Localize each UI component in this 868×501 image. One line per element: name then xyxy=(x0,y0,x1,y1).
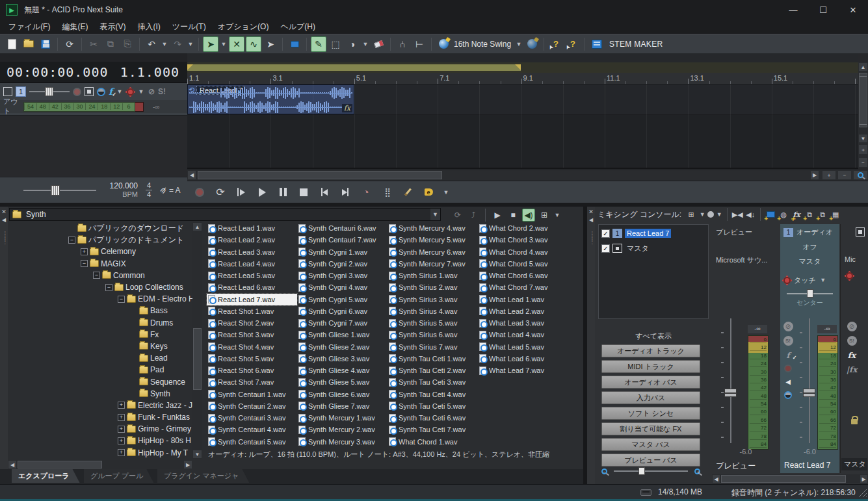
file-item[interactable]: Synth Mercury 4.wav xyxy=(388,222,478,234)
file-item[interactable]: Synth Sirius 7.wav xyxy=(388,341,478,353)
mixer-track-row[interactable]: ✓ マスタ xyxy=(599,242,708,255)
track-region-button[interactable] xyxy=(85,87,94,96)
add-channel-button[interactable]: オーディオ トラック xyxy=(601,344,700,357)
explorer-grip[interactable]: ✕ ◀ ⋮⋮⋮⋮ xyxy=(0,207,8,469)
path-dropdown-caret[interactable]: ▼ xyxy=(430,209,440,220)
output-meter[interactable]: 54484236302418126 xyxy=(23,102,135,112)
add-audio-track-icon[interactable] xyxy=(765,209,776,220)
file-item[interactable]: Synth Cygni 2.wav xyxy=(297,258,388,270)
solo-icon[interactable]: S! xyxy=(847,336,857,346)
tree-item[interactable]: + HipHop - My T xyxy=(8,447,192,459)
time-signature[interactable]: 4 4 xyxy=(146,181,152,198)
render-refresh-icon[interactable]: ⟳ xyxy=(62,36,77,52)
file-item[interactable]: What Chord 7.wav xyxy=(478,281,568,293)
add-channel-button[interactable]: 割り当て可能な FX xyxy=(601,422,700,435)
file-item[interactable]: What Lead 4.wav xyxy=(478,329,568,340)
file-item[interactable]: Synth Sirius 2.wav xyxy=(388,281,478,293)
file-item[interactable]: What Lead 5.wav xyxy=(478,341,568,353)
menu-item[interactable]: ヘルプ(H) xyxy=(274,20,321,34)
tree-item[interactable]: + Electric Jazz - Ja xyxy=(8,400,192,411)
add-fx-icon[interactable]: fx xyxy=(791,209,802,220)
dock-arrow-icon[interactable]: ◀ xyxy=(588,216,594,224)
add-channel-button[interactable]: マスタ バス xyxy=(601,438,700,451)
file-item[interactable]: What Chord 5.wav xyxy=(478,258,568,270)
mixer-hthumb[interactable] xyxy=(721,475,846,483)
copy-icon[interactable]: ⧉ xyxy=(103,36,118,52)
menu-item[interactable]: オプション(O) xyxy=(212,20,275,34)
pause-button[interactable] xyxy=(276,185,290,199)
add-input-bus-icon[interactable]: ⧉ xyxy=(817,209,828,220)
add-channel-button[interactable]: ソフト シンセ xyxy=(601,407,700,420)
track-fx-button[interactable]: f✓ xyxy=(109,86,112,97)
file-item[interactable]: Synth Gliese 6.wav xyxy=(297,389,388,400)
file-item[interactable]: Synth Centauri 5.wav xyxy=(207,436,297,448)
new-file-icon[interactable] xyxy=(4,36,20,52)
parent-folder-icon[interactable]: ⤴ xyxy=(467,209,480,222)
dock-tab[interactable]: プラグイン マネージャ xyxy=(157,469,249,483)
file-item[interactable]: React Lead 3.wav xyxy=(207,246,297,258)
tree-item[interactable]: Lead xyxy=(8,352,192,364)
file-item[interactable]: React Shot 5.wav xyxy=(207,353,297,365)
maximize-button[interactable]: ☐ xyxy=(808,0,838,19)
file-item[interactable]: React Shot 1.wav xyxy=(207,305,297,317)
tree-item[interactable]: − Loop Collections xyxy=(8,281,192,293)
mute-icon[interactable]: ⊘ xyxy=(783,322,793,331)
video-window-icon[interactable] xyxy=(287,36,302,52)
file-item[interactable]: Synth Tau Ceti 5.wav xyxy=(388,400,478,412)
mixer-track-name[interactable]: React Lead 7 xyxy=(625,229,671,238)
automation-solo-icon[interactable]: S! xyxy=(158,87,166,96)
tree-scroll-right[interactable]: ▶ xyxy=(183,460,192,469)
whats-this-help-icon[interactable]: ? xyxy=(565,36,581,52)
preview-fader[interactable] xyxy=(724,318,738,443)
file-item[interactable]: Synth Cygni 5.wav xyxy=(297,294,388,305)
scroll-down-button[interactable]: ▼ xyxy=(858,134,868,143)
file-item[interactable]: Synth Mercury 7.wav xyxy=(388,258,478,270)
file-item[interactable]: What Lead 3.wav xyxy=(478,317,568,329)
go-to-end-button[interactable] xyxy=(338,185,352,199)
pan-slider[interactable] xyxy=(787,293,833,294)
add-channel-button[interactable]: オーディオ バス xyxy=(601,376,700,389)
zoom-out-time-button[interactable]: − xyxy=(837,170,852,180)
visibility-checkbox[interactable]: ✓ xyxy=(601,229,610,238)
file-item[interactable]: Synth Tau Ceti 2.wav xyxy=(388,365,478,376)
path-text[interactable]: Synth xyxy=(26,210,430,219)
monitor-speaker-icon[interactable]: ◀ xyxy=(783,377,793,387)
loop-region-bar[interactable] xyxy=(187,64,521,71)
automation-caret[interactable]: ▼ xyxy=(137,84,145,99)
file-item[interactable]: Synth Gliese 7.wav xyxy=(297,400,388,412)
selection-tool-icon[interactable]: ⬚ xyxy=(328,36,343,52)
tree-hscrollbar[interactable]: ◀ ▶ xyxy=(8,460,192,469)
undo-icon[interactable]: ↶ xyxy=(144,36,159,52)
output-route-label[interactable]: マスタ xyxy=(780,257,839,266)
tree-item[interactable]: Keys xyxy=(8,340,192,352)
file-item[interactable]: React Lead 4.wav xyxy=(207,258,297,270)
tree-item[interactable]: − EDM - Electro H xyxy=(8,293,192,305)
visibility-checkbox[interactable]: ✓ xyxy=(601,244,610,253)
input-route-label[interactable]: オフ xyxy=(780,242,839,252)
scroll-up-button[interactable]: ▲ xyxy=(858,62,868,71)
file-item[interactable]: Synth Cygni 3.wav xyxy=(297,270,388,281)
zoom-out-track-button[interactable]: − xyxy=(858,157,868,168)
tree-item[interactable]: パブリックのダウンロード xyxy=(8,222,192,234)
file-item[interactable]: Synth Mercury 3.wav xyxy=(297,436,388,448)
undo-caret[interactable]: ▼ xyxy=(161,36,168,52)
mixer-settings-gear[interactable] xyxy=(707,211,714,218)
clip-fx-badge[interactable]: fx xyxy=(342,104,352,112)
file-item[interactable]: Synth Gliese 2.wav xyxy=(297,341,388,353)
redo-icon[interactable]: ↷ xyxy=(170,36,185,52)
tree-item[interactable]: Bass xyxy=(8,305,192,316)
tree-expander[interactable]: + xyxy=(118,426,125,433)
metronome-button[interactable]: ◔ xyxy=(359,185,373,199)
tree-expander[interactable]: + xyxy=(118,449,125,456)
mute-button[interactable] xyxy=(97,88,105,96)
file-item[interactable]: Synth Cygni 7.wav xyxy=(297,317,388,329)
phase-icon[interactable] xyxy=(784,391,792,399)
preview-bus-strip[interactable]: プレビュー Microsoft サウ... -∞ 612182430364248… xyxy=(712,224,780,473)
scroll-right-button[interactable]: ▶ xyxy=(810,170,819,180)
tree-hthumb[interactable] xyxy=(18,461,102,469)
paint-clip-icon[interactable]: ◑ xyxy=(345,36,360,52)
automation-mode-caret[interactable]: ▼ xyxy=(819,272,827,288)
record-button[interactable] xyxy=(192,185,207,199)
tree-scroll-left[interactable]: ◀ xyxy=(8,460,17,469)
menu-item[interactable]: 表示(V) xyxy=(94,20,131,34)
